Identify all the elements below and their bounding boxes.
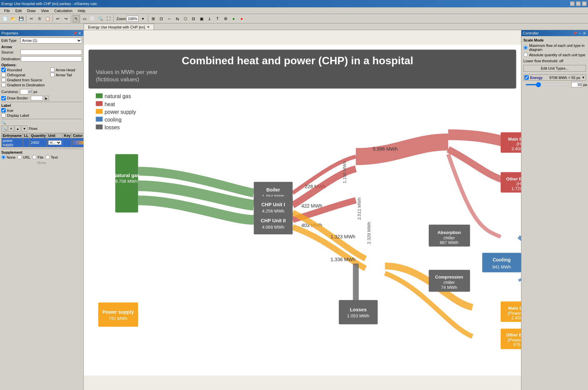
svg-rect-11 bbox=[96, 117, 102, 122]
curviness-unit: px bbox=[33, 90, 37, 94]
arrow-tail-checkbox[interactable] bbox=[50, 73, 55, 77]
paste-button[interactable]: 📋 bbox=[44, 15, 51, 22]
orthogonal-label: Orthogonal bbox=[7, 73, 25, 77]
rounded-label: Rounded bbox=[7, 68, 22, 72]
flow-btn2[interactable]: ⇆ bbox=[174, 15, 181, 22]
svg-text:Losses: Losses bbox=[350, 307, 366, 312]
unit-expand-icon[interactable]: ▼ bbox=[582, 76, 585, 79]
supplement-none-radio[interactable] bbox=[1, 155, 6, 159]
search-clear-icon[interactable]: ✕ bbox=[8, 126, 14, 132]
zoom-dropdown[interactable]: ▾ bbox=[139, 15, 147, 22]
flow-btn3[interactable]: ⬡ bbox=[182, 15, 189, 22]
rect-button[interactable]: ▭ bbox=[81, 15, 88, 22]
edit-unit-types-button[interactable]: Edit Unit Types... bbox=[523, 65, 586, 72]
tab-energy-use[interactable]: Energy Use Hospital with CHP [en] ✕ bbox=[84, 24, 154, 30]
curviness-label: Curviness: bbox=[1, 90, 19, 94]
controller-close-icon[interactable]: ✕ bbox=[582, 31, 587, 35]
snap-button[interactable]: ⊡ bbox=[158, 15, 165, 22]
save-button[interactable]: 💾 bbox=[17, 15, 25, 22]
properties-pin-icon[interactable]: 📌 bbox=[73, 31, 77, 35]
edit-type-select[interactable]: Arrow (1) bbox=[20, 37, 82, 44]
zoom-fit-button[interactable]: ⛶ bbox=[105, 15, 112, 22]
supplement-file-radio[interactable] bbox=[32, 155, 36, 159]
gradient-from-checkbox[interactable] bbox=[1, 78, 6, 82]
supplement-none-label: None bbox=[7, 155, 15, 159]
export-btn[interactable]: ⤓ bbox=[206, 15, 213, 22]
orthogonal-checkbox[interactable] bbox=[1, 73, 6, 77]
flow-color bbox=[72, 138, 83, 147]
settings-btn[interactable]: ⚙ bbox=[222, 15, 229, 22]
minimize-button[interactable]: ─ bbox=[570, 1, 575, 6]
menu-file[interactable]: File bbox=[1, 8, 13, 13]
flow-unit-select[interactable]: M... bbox=[48, 140, 62, 145]
curviness-input[interactable]: 32 bbox=[20, 89, 32, 94]
menu-calculation[interactable]: Calculation bbox=[52, 8, 75, 13]
abs-qty-radio[interactable] bbox=[523, 53, 528, 57]
supplement-value: None bbox=[1, 161, 82, 165]
process-button[interactable]: ⬜ bbox=[89, 15, 96, 22]
controller-minimize-icon[interactable]: ─ bbox=[577, 31, 582, 35]
search-up-icon[interactable]: ▲ bbox=[15, 126, 21, 132]
open-button[interactable]: 📂 bbox=[9, 15, 17, 22]
cut-button[interactable]: ✂ bbox=[28, 15, 35, 22]
source-input[interactable] bbox=[20, 50, 82, 55]
svg-text:4.068 MWh: 4.068 MWh bbox=[262, 225, 284, 230]
source-row: Source: bbox=[1, 50, 82, 55]
export-btn2[interactable]: ⤒ bbox=[214, 15, 221, 22]
table-row[interactable]: power supply 2400 M... bbox=[2, 138, 84, 147]
unit-scale-slider[interactable] bbox=[525, 84, 569, 85]
flow-entryname: power supply bbox=[2, 138, 23, 147]
flow-color-swatch[interactable] bbox=[73, 141, 83, 145]
border-color-picker-btn[interactable]: ▶ bbox=[44, 96, 49, 100]
svg-text:2.511 MWh: 2.511 MWh bbox=[357, 198, 362, 220]
arrow-head-label: Arrow Head bbox=[56, 68, 75, 72]
undo-button[interactable]: ↩ bbox=[54, 15, 62, 22]
properties-close-icon[interactable]: ✕ bbox=[77, 31, 82, 35]
svg-text:chiller: chiller bbox=[443, 235, 455, 240]
search-down-icon[interactable]: ▼ bbox=[21, 126, 27, 132]
redo-button[interactable]: ↪ bbox=[62, 15, 70, 22]
app-title: Energy Use Hospital with CHP [en].sankey… bbox=[1, 2, 570, 6]
svg-text:2.400 MWh: 2.400 MWh bbox=[511, 315, 521, 320]
menu-help[interactable]: Help bbox=[75, 8, 88, 13]
flow-btn1[interactable]: ↔ bbox=[166, 15, 173, 22]
new-button[interactable]: 📄 bbox=[1, 15, 9, 22]
flow-ll bbox=[23, 138, 29, 147]
search-icon[interactable]: 🔍 bbox=[1, 126, 7, 132]
maximize-button[interactable]: □ bbox=[576, 1, 581, 6]
border-color-swatch[interactable] bbox=[31, 96, 43, 100]
tab-close-icon[interactable]: ✕ bbox=[147, 25, 150, 29]
canvas-area[interactable]: Combined heat and power (CHP) in a hospi… bbox=[84, 30, 521, 390]
select-button[interactable]: ↖ bbox=[73, 15, 80, 22]
flow-btn5[interactable]: ▣ bbox=[198, 15, 205, 22]
copy-button[interactable]: ⎘ bbox=[36, 15, 43, 22]
px-value-input[interactable] bbox=[571, 82, 582, 87]
supplement-radio-group: None URL File Text bbox=[1, 155, 82, 159]
controller-pin-icon[interactable]: 📌 bbox=[573, 31, 577, 35]
flow-btn4[interactable]: ⊟ bbox=[190, 15, 197, 22]
display-label-checkbox[interactable] bbox=[1, 113, 6, 118]
search-toolbar-btn[interactable]: 🔍 bbox=[97, 15, 104, 22]
grid-button[interactable]: ⊞ bbox=[150, 15, 157, 22]
supplement-url-radio[interactable] bbox=[17, 155, 22, 159]
destination-input[interactable] bbox=[21, 56, 82, 62]
svg-text:1.323 MWh: 1.323 MWh bbox=[331, 234, 355, 239]
svg-text:power supply: power supply bbox=[104, 109, 136, 115]
menu-view[interactable]: View bbox=[38, 8, 52, 13]
menu-draw[interactable]: Draw bbox=[24, 8, 38, 13]
draw-border-checkbox[interactable] bbox=[1, 96, 6, 100]
max-flow-radio[interactable] bbox=[523, 46, 528, 50]
green-btn[interactable]: ● bbox=[230, 15, 237, 22]
destination-label: Destination: bbox=[1, 57, 21, 61]
arrow-head-checkbox[interactable] bbox=[50, 68, 55, 72]
red-btn[interactable]: ● bbox=[238, 15, 245, 22]
menu-edit[interactable]: Edit bbox=[13, 8, 24, 13]
rounded-checkbox[interactable] bbox=[1, 68, 6, 72]
close-button[interactable]: ✕ bbox=[582, 1, 587, 6]
gradient-to-checkbox[interactable] bbox=[1, 83, 6, 87]
supplement-text-radio[interactable] bbox=[46, 155, 50, 159]
display-flow-content-checkbox[interactable] bbox=[1, 108, 6, 112]
unit-type-checkbox[interactable] bbox=[524, 75, 529, 80]
zoom-input[interactable]: 100% bbox=[127, 16, 139, 22]
svg-text:Natural gas: Natural gas bbox=[113, 173, 140, 178]
